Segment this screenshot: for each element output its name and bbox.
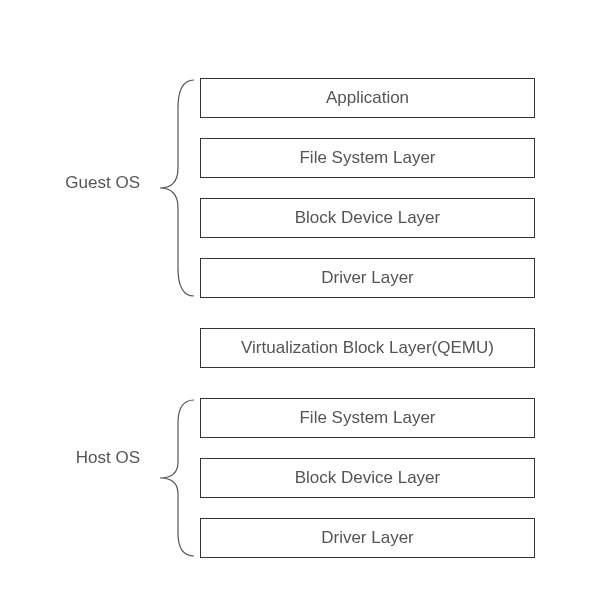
guest-application-box: Application — [200, 78, 535, 118]
host-os-label: Host OS — [60, 448, 140, 468]
host-os-brace — [154, 398, 198, 558]
guest-os-brace — [154, 78, 198, 298]
host-block-device-box: Block Device Layer — [200, 458, 535, 498]
virtualization-layer-box: Virtualization Block Layer(QEMU) — [200, 328, 535, 368]
layer-diagram: Guest OS Application File System Layer B… — [0, 0, 600, 596]
host-file-system-box: File System Layer — [200, 398, 535, 438]
guest-block-device-box: Block Device Layer — [200, 198, 535, 238]
host-driver-box: Driver Layer — [200, 518, 535, 558]
guest-driver-box: Driver Layer — [200, 258, 535, 298]
guest-os-label: Guest OS — [60, 173, 140, 193]
guest-file-system-box: File System Layer — [200, 138, 535, 178]
